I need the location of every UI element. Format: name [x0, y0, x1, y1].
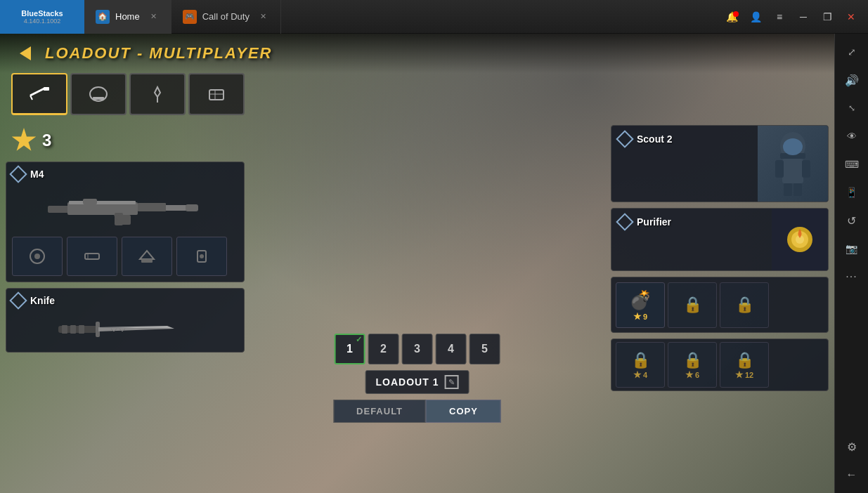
fullscreen-button[interactable]: ⤢	[839, 39, 864, 65]
purifier-svg	[779, 218, 821, 261]
phone-button[interactable]: 📱	[839, 180, 864, 205]
loadout-slot-2[interactable]: 2	[368, 334, 399, 364]
tab-perks[interactable]	[70, 73, 127, 115]
tab-scorestreaks[interactable]	[188, 73, 245, 115]
lock-c-stars: 12	[735, 371, 753, 379]
keyboard-button[interactable]: ⌨	[839, 152, 864, 177]
svg-rect-4	[93, 97, 104, 100]
knife-diamond-icon	[9, 291, 27, 309]
tab-cod-close[interactable]: ✕	[258, 11, 269, 22]
locked-slot-b[interactable]: 🔒 6	[668, 342, 717, 388]
lock-icon-b: 🔒	[683, 351, 702, 369]
star-c-icon	[735, 371, 744, 379]
tab-weapons[interactable]	[11, 73, 67, 115]
lock-icon-1: 🔒	[683, 296, 702, 314]
camera-button[interactable]: 📷	[839, 236, 864, 261]
grenade-star-count: 9	[643, 313, 647, 321]
svg-rect-28	[79, 325, 84, 334]
loadout-slot-3[interactable]: 3	[401, 334, 432, 364]
more-button[interactable]: ···	[839, 264, 864, 289]
titlebar-controls: 🔔 👤 ≡ ─ ❐ ✕	[720, 6, 868, 28]
operator-card[interactable]: Scout 2	[611, 125, 829, 202]
attachment-slot-4[interactable]	[176, 237, 227, 276]
loadout-number-row: 1 ✓ 2 3 4 5	[334, 334, 500, 364]
lock-icon-a: 🔒	[631, 351, 650, 369]
svg-rect-14	[69, 201, 136, 204]
page-title: LOADOUT - MULTIPLAYER	[45, 44, 273, 63]
svg-rect-35	[802, 160, 810, 178]
right-loadout-panel: Scout 2	[611, 125, 829, 391]
svg-rect-26	[62, 325, 67, 334]
knife-header: Knife	[12, 294, 238, 307]
account-button[interactable]: 👤	[744, 6, 767, 28]
settings-button[interactable]: ⚙	[839, 434, 864, 459]
left-loadout-panel: 3 M4	[6, 125, 245, 353]
home-tab-icon: 🏠	[96, 10, 110, 24]
locked-slot-1[interactable]: 🔒	[668, 282, 717, 328]
attachment-slot-3[interactable]	[122, 237, 172, 276]
expand-button[interactable]: ⤡	[839, 96, 864, 121]
tab-home-close[interactable]: ✕	[148, 11, 160, 22]
helmet-icon	[86, 81, 111, 107]
attachment-1-icon	[25, 244, 50, 269]
back-arrow-icon	[20, 46, 31, 60]
perk-image	[772, 209, 828, 270]
scorestreak-icon	[204, 81, 229, 107]
edit-loadout-button[interactable]: ✎	[444, 375, 458, 389]
lock-icon-2: 🔒	[735, 296, 754, 314]
close-button[interactable]: ✕	[840, 6, 862, 28]
minimize-button[interactable]: ─	[792, 6, 815, 28]
loadout-1-wrap: 1 ✓	[334, 334, 365, 364]
back-button[interactable]	[11, 39, 39, 67]
operator-image	[758, 126, 828, 202]
loadout-slot-5[interactable]: 5	[469, 334, 500, 364]
volume-button[interactable]: 🔊	[839, 67, 864, 93]
default-button[interactable]: DEFAULT	[333, 400, 426, 423]
tab-cod[interactable]: 🎮 Call of Duty ✕	[171, 0, 281, 34]
locked-slot-2[interactable]: 🔒	[720, 282, 769, 328]
sidebar-back-button[interactable]: ←	[839, 462, 864, 487]
svg-rect-15	[118, 215, 131, 225]
scout-character-svg	[765, 129, 821, 199]
svg-rect-37	[793, 183, 802, 196]
melee-weapon-card[interactable]: Knife	[6, 288, 245, 353]
hamburger-button[interactable]: ≡	[768, 6, 791, 28]
restore-button[interactable]: ❐	[816, 6, 838, 28]
loadout-slot-4[interactable]: 4	[435, 334, 466, 364]
tab-home[interactable]: 🏠 Home ✕	[84, 0, 171, 34]
loadout-slot-1[interactable]: 1 ✓	[334, 334, 365, 364]
perk-diamond-icon	[616, 213, 633, 230]
star-icon	[633, 313, 642, 321]
eye-button[interactable]: 👁	[839, 124, 864, 149]
loadout-name-text: LOADOUT 1	[376, 376, 439, 388]
locked-slot-a[interactable]: 🔒 4	[616, 342, 665, 388]
attachment-slot-1[interactable]	[12, 237, 63, 276]
loadout-slot-3-label: 3	[414, 343, 420, 355]
notification-button[interactable]: 🔔	[720, 6, 743, 28]
attachment-4-icon	[189, 244, 214, 269]
loadout-slot-4-label: 4	[448, 343, 454, 355]
bs-version: 4.140.1.1002	[24, 18, 61, 25]
svg-rect-36	[784, 183, 792, 196]
loadout-slot-2-label: 2	[380, 343, 387, 355]
grenade-slot[interactable]: 💣 9	[616, 282, 665, 328]
locked-slot-c[interactable]: 🔒 12	[720, 342, 769, 388]
svg-rect-13	[186, 204, 198, 211]
svg-rect-27	[70, 325, 76, 334]
svg-rect-1	[44, 87, 49, 91]
lethal-card[interactable]: 💣 9 🔒 🔒	[611, 277, 829, 333]
attachment-slot-2[interactable]	[67, 237, 117, 276]
rotate-button[interactable]: ↺	[839, 208, 864, 233]
perk-card[interactable]: Purifier	[611, 208, 829, 271]
tab-operators[interactable]	[129, 73, 186, 115]
perk-name: Purifier	[637, 216, 671, 228]
svg-rect-34	[775, 160, 784, 178]
notification-wrap: 🔔	[720, 6, 743, 28]
game-area: LOADOUT - MULTIPLAYER	[0, 34, 834, 493]
attachments-row	[12, 237, 238, 276]
copy-button[interactable]: COPY	[426, 400, 501, 423]
primary-weapon-card[interactable]: M4	[6, 162, 245, 282]
rank-area: 3	[6, 125, 245, 156]
m4-gun-svg	[48, 192, 202, 227]
cod-tab-icon: 🎮	[183, 10, 197, 24]
